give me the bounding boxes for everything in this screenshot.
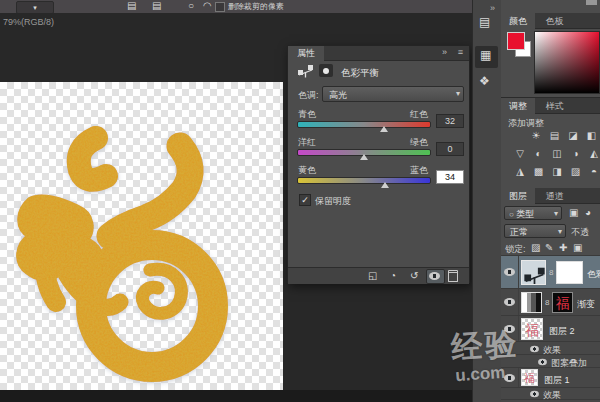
reset-icon[interactable]: ↺ — [410, 270, 418, 281]
properties-bottom-bar: ◱ ◔ ↺ — [288, 267, 469, 284]
eye-icon[interactable] — [530, 346, 539, 352]
photoshop-window: ▾ ▤ ▤ ○ ◠ 删除裁剪的像素 79%(RGB/8) — [0, 0, 600, 402]
panel-menu-icon[interactable]: ≡ — [458, 47, 463, 58]
fu-character-art — [0, 82, 283, 390]
adjustment-icon[interactable]: ▤ — [547, 130, 563, 141]
history-panel-icon[interactable]: ▤ — [479, 17, 490, 28]
slider2-right-label: 绿色 — [410, 136, 428, 149]
layer-comps-panel-icon[interactable]: ❖ — [479, 76, 490, 87]
layer-thumbnail[interactable]: 福 — [521, 318, 543, 340]
eye-icon[interactable] — [538, 359, 547, 365]
watermark-line1: 经验 — [450, 328, 520, 364]
slider3-value[interactable]: 34 — [436, 170, 464, 184]
adjustment-icon-row: ◮ ▩ ◨ ▨ ◓ — [512, 166, 600, 177]
tool-preset-arrow-icon: ▾ — [33, 3, 37, 13]
foreground-color-swatch[interactable] — [507, 32, 525, 50]
layer-thumbnail[interactable]: 福 — [521, 369, 538, 386]
tone-value: 高光 — [329, 90, 347, 100]
lock-transparent-icon[interactable]: ▨ — [531, 242, 540, 253]
document-zoom-info: 79%(RGB/8) — [3, 17, 54, 27]
effects-row[interactable]: 效果 — [501, 388, 600, 400]
delete-adjustment-icon[interactable] — [448, 270, 458, 282]
curve-icon[interactable]: ◠ — [203, 0, 212, 11]
layers-tabstrip: 图层 通道 路径 — [501, 188, 600, 204]
watermark: 经验 u.com — [450, 328, 521, 385]
blend-mode-dropdown[interactable]: 正常 ▾ — [504, 224, 566, 238]
adjustment-icon[interactable]: ◧ — [584, 130, 600, 141]
adjustment-icon[interactable]: ☀ — [528, 130, 544, 141]
tab-styles[interactable]: 样式 — [538, 98, 572, 116]
adjustments-tabstrip: 调整 样式 — [501, 98, 600, 114]
lock-paint-icon[interactable]: ✎ — [545, 242, 553, 253]
color-gradient-field[interactable] — [534, 31, 600, 94]
slider1-right-label: 红色 — [410, 108, 428, 121]
link-icon: 8 — [545, 298, 549, 307]
eye-icon — [429, 272, 440, 280]
eye-icon[interactable] — [530, 391, 539, 397]
slider3-right-label: 蓝色 — [410, 164, 428, 177]
adjustment-icon[interactable]: ◮ — [512, 166, 528, 177]
layer-filter-dropdown[interactable]: ○ 类型 ▾ — [504, 206, 562, 220]
search-icon: ○ — [509, 209, 514, 220]
option-icon[interactable]: ▤ — [127, 0, 136, 11]
adjustment-icon[interactable]: ◭ — [586, 148, 600, 159]
slider3[interactable] — [297, 177, 431, 189]
adjustment-icon[interactable]: ▩ — [531, 166, 547, 177]
marquee-icon[interactable]: ○ — [188, 0, 194, 11]
tone-dropdown[interactable]: 高光 ▾ — [322, 86, 464, 102]
link-icon: 8 — [549, 268, 553, 277]
slider1-value[interactable]: 32 — [436, 114, 464, 128]
slider2-value[interactable]: 0 — [436, 142, 464, 156]
panel-title: 色彩平衡 — [341, 67, 379, 80]
layer-row-gradient[interactable]: 8 福 渐变 — [501, 289, 600, 316]
slider2[interactable] — [297, 149, 431, 161]
adjustment-icon[interactable]: ◪ — [565, 130, 581, 141]
clip-to-layer-icon[interactable]: ◱ — [368, 270, 377, 281]
tab-channels[interactable]: 通道 — [538, 188, 572, 206]
blend-mode-value: 正常 — [510, 227, 528, 237]
slider2-thumb[interactable] — [360, 154, 368, 160]
collapse-panel-icon[interactable]: » — [442, 47, 447, 58]
slider1-thumb[interactable] — [380, 126, 388, 132]
slider1[interactable] — [297, 121, 431, 133]
collapse-dock-icon[interactable]: » — [490, 3, 495, 14]
slider3-left-label: 黄色 — [298, 164, 316, 177]
color-tabstrip: 颜色 色板 — [501, 13, 600, 29]
adjustment-layer-icon — [319, 64, 333, 77]
adjustment-thumbnail[interactable] — [521, 260, 546, 285]
layer-label: 渐变 — [577, 298, 600, 311]
preserve-luminosity-checkbox[interactable]: ✓ — [299, 194, 311, 206]
gradient-thumbnail[interactable] — [521, 292, 542, 313]
snapshot-panel-button[interactable]: ▦ — [475, 46, 498, 68]
canvas-bottom-strip — [0, 390, 472, 402]
fu-glyph: 福 — [556, 295, 570, 311]
check-icon: ✓ — [301, 195, 309, 205]
visibility-cell[interactable] — [501, 289, 519, 315]
adjustment-icon[interactable]: ◑ — [568, 148, 584, 159]
adjustment-icon[interactable]: ◐ — [531, 148, 547, 159]
mask-thumbnail[interactable] — [556, 261, 583, 284]
view-previous-state-icon[interactable]: ◔ — [390, 270, 396, 281]
options-checkbox[interactable] — [215, 2, 225, 12]
lock-move-icon[interactable]: ✚ — [559, 242, 567, 253]
visibility-cell[interactable] — [501, 256, 519, 288]
adjustment-icon[interactable]: ◫ — [549, 148, 565, 159]
adjustment-icon[interactable]: ▨ — [568, 166, 584, 177]
tab-adjustments[interactable]: 调整 — [501, 98, 535, 116]
filter-adjustment-icon[interactable]: ◕ — [585, 207, 591, 218]
option-icon[interactable]: ▤ — [152, 0, 161, 11]
tone-label: 色调: — [298, 89, 319, 102]
layer-row-color-balance[interactable]: 8 色彩 — [501, 256, 600, 289]
mask-thumbnail[interactable]: 福 — [552, 292, 573, 313]
lock-all-icon[interactable]: ▣ — [573, 242, 582, 253]
filter-pixel-icon[interactable]: ▣ — [569, 207, 578, 218]
visibility-toggle[interactable] — [426, 269, 445, 284]
tab-layers[interactable]: 图层 — [501, 188, 535, 206]
adjustment-icon[interactable]: ◨ — [549, 166, 565, 177]
slider3-thumb[interactable] — [381, 182, 389, 188]
adjustment-icon[interactable]: ▽ — [512, 148, 528, 159]
canvas[interactable] — [0, 82, 283, 390]
tab-properties[interactable]: 属性 — [288, 46, 324, 62]
layer-label: 图层 1 — [544, 374, 599, 387]
adjustment-icon[interactable]: ◓ — [586, 166, 600, 177]
